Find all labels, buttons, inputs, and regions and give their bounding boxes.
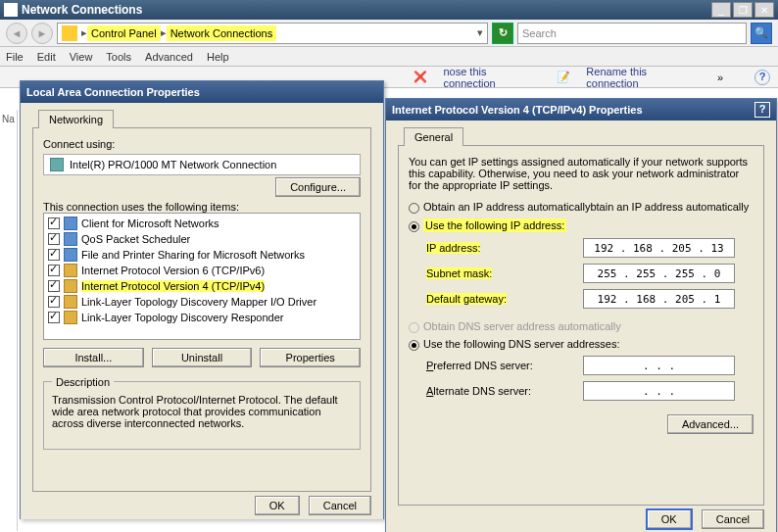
help-button[interactable]: ? <box>754 70 770 85</box>
list-item[interactable]: Internet Protocol Version 6 (TCP/IPv6) <box>46 263 358 278</box>
intro-text: You can get IP settings assigned automat… <box>409 156 754 191</box>
dns2-label: Alternate DNS server: <box>426 385 583 397</box>
list-item-label: QoS Packet Scheduler <box>81 233 190 245</box>
rename-link[interactable]: Rename this connection <box>586 66 702 89</box>
checkbox[interactable] <box>48 249 60 261</box>
list-item[interactable]: Link-Layer Topology Discovery Responder <box>46 310 358 325</box>
forward-button[interactable]: ► <box>31 23 53 44</box>
dns-auto-option: Obtain DNS server address automatically <box>409 320 754 332</box>
configure-button[interactable]: Configure... <box>275 177 361 197</box>
component-icon <box>64 279 77 293</box>
list-item[interactable]: QoS Packet Scheduler <box>46 231 358 247</box>
menu-tools[interactable]: Tools <box>106 51 131 63</box>
checkbox[interactable] <box>48 233 60 245</box>
minimize-button[interactable]: _ <box>711 2 731 18</box>
explorer-window: Network Connections _ ❐ ✕ ◄ ► ▸ Control … <box>0 0 778 532</box>
name-column-label: Na <box>2 114 15 124</box>
checkbox[interactable] <box>48 265 60 276</box>
menu-help[interactable]: Help <box>207 51 229 63</box>
subnet-mask-input[interactable]: 255 . 255 . 255 . 0 <box>583 264 735 283</box>
diagnose-link[interactable]: nose this connection <box>443 66 541 89</box>
dns-manual-label: Use the following DNS server addresses: <box>423 338 620 350</box>
ipv4-properties-dialog: Internet Protocol Version 4 (TCP/IPv4) P… <box>385 98 777 532</box>
radio-icon[interactable] <box>409 340 419 351</box>
ip-address-input[interactable]: 192 . 168 . 205 . 13 <box>583 238 735 258</box>
radio-icon[interactable] <box>409 221 419 232</box>
breadcrumb-part-1[interactable]: Control Panel <box>87 25 161 41</box>
list-item-ipv4[interactable]: Internet Protocol Version 4 (TCP/IPv4) <box>46 278 358 294</box>
folder-icon <box>62 25 77 41</box>
ok-button[interactable]: OK <box>255 496 300 515</box>
connection-items-list[interactable]: Client for Microsoft Networks QoS Packet… <box>43 213 361 340</box>
breadcrumb[interactable]: ▸ Control Panel ▸ Network Connections ▾ <box>57 23 488 44</box>
install-button[interactable]: Install... <box>43 348 144 367</box>
uninstall-button[interactable]: Uninstall <box>152 348 253 367</box>
breadcrumb-dropdown-icon[interactable]: ▾ <box>477 26 483 39</box>
cancel-button[interactable]: Cancel <box>309 496 371 515</box>
adapter-name: Intel(R) PRO/1000 MT Network Connection <box>70 159 276 170</box>
menu-file[interactable]: File <box>6 51 24 63</box>
breadcrumb-part-2[interactable]: Network Connections <box>167 25 277 41</box>
ipv4-titlebar[interactable]: Internet Protocol Version 4 (TCP/IPv4) P… <box>386 99 776 121</box>
ip-manual-option[interactable]: Use the following IP address: <box>409 218 754 232</box>
lac-titlebar[interactable]: Local Area Connection Properties <box>21 81 383 103</box>
menu-advanced[interactable]: Advanced <box>145 51 193 63</box>
list-item-label: Internet Protocol Version 4 (TCP/IPv4) <box>81 280 265 292</box>
ip-label: IP address: <box>426 242 480 254</box>
lac-properties-dialog: Local Area Connection Properties Network… <box>20 80 384 519</box>
search-button[interactable]: 🔍 <box>751 23 772 44</box>
list-item[interactable]: Link-Layer Topology Discovery Mapper I/O… <box>46 294 358 310</box>
mask-label: Subnet mask: <box>426 267 492 279</box>
component-icon <box>64 311 77 324</box>
list-header-name: Na <box>0 110 18 531</box>
dns1-label: Preferred DNS server: <box>426 360 583 371</box>
diagnose-icon: ❌ <box>413 71 427 83</box>
checkbox[interactable] <box>48 296 60 308</box>
menu-view[interactable]: View <box>70 51 93 63</box>
tab-general[interactable]: General <box>404 127 463 146</box>
ip-auto-label: Obtain an IP address automatically <box>423 201 590 213</box>
search-input[interactable]: Search <box>517 23 747 44</box>
properties-button[interactable]: Properties <box>260 348 361 367</box>
ok-button[interactable]: OK <box>646 508 693 530</box>
radio-icon[interactable] <box>409 203 419 214</box>
back-button[interactable]: ◄ <box>6 23 27 44</box>
menu-edit[interactable]: Edit <box>37 51 56 63</box>
ip-auto-option[interactable]: Obtain an IP address automaticallybtain … <box>409 201 754 213</box>
close-button[interactable]: ✕ <box>754 2 774 18</box>
list-item-label: Client for Microsoft Networks <box>81 218 219 229</box>
component-icon <box>64 264 77 277</box>
overflow-button[interactable]: » <box>717 72 723 83</box>
preferred-dns-input[interactable]: . . . <box>583 356 735 375</box>
nav-bar: ◄ ► ▸ Control Panel ▸ Network Connection… <box>0 20 778 47</box>
restore-button[interactable]: ❐ <box>733 2 753 18</box>
refresh-button[interactable]: ↻ <box>492 23 513 44</box>
dns-manual-option[interactable]: Use the following DNS server addresses: <box>409 338 754 350</box>
alternate-dns-input[interactable]: . . . <box>583 381 735 401</box>
checkbox[interactable] <box>48 312 60 323</box>
checkbox[interactable] <box>48 218 60 229</box>
cancel-button[interactable]: Cancel <box>702 509 764 529</box>
lac-title: Local Area Connection Properties <box>26 86 200 98</box>
default-gateway-input[interactable]: 192 . 168 . 205 . 1 <box>583 289 735 309</box>
component-icon <box>64 217 77 230</box>
list-item[interactable]: File and Printer Sharing for Microsoft N… <box>46 247 358 263</box>
list-item-label: Link-Layer Topology Discovery Responder <box>81 312 283 323</box>
adapter-field[interactable]: Intel(R) PRO/1000 MT Network Connection <box>43 154 361 175</box>
component-icon <box>64 248 77 262</box>
description-title: Description <box>52 376 114 388</box>
window-title: Network Connections <box>22 3 709 17</box>
list-item-label: Link-Layer Topology Discovery Mapper I/O… <box>81 296 316 308</box>
rename-icon: 📝 <box>557 71 570 83</box>
help-button[interactable]: ? <box>754 102 770 118</box>
checkbox[interactable] <box>48 280 60 292</box>
window-titlebar[interactable]: Network Connections _ ❐ ✕ <box>0 0 778 20</box>
nic-icon <box>50 158 64 171</box>
menu-bar: File Edit View Tools Advanced Help <box>0 47 778 67</box>
radio-icon <box>409 322 419 333</box>
tab-networking[interactable]: Networking <box>38 110 114 128</box>
advanced-button[interactable]: Advanced... <box>667 414 754 434</box>
list-item[interactable]: Client for Microsoft Networks <box>46 216 358 231</box>
dns-auto-label: Obtain DNS server address automatically <box>423 320 621 332</box>
component-icon <box>64 232 77 246</box>
